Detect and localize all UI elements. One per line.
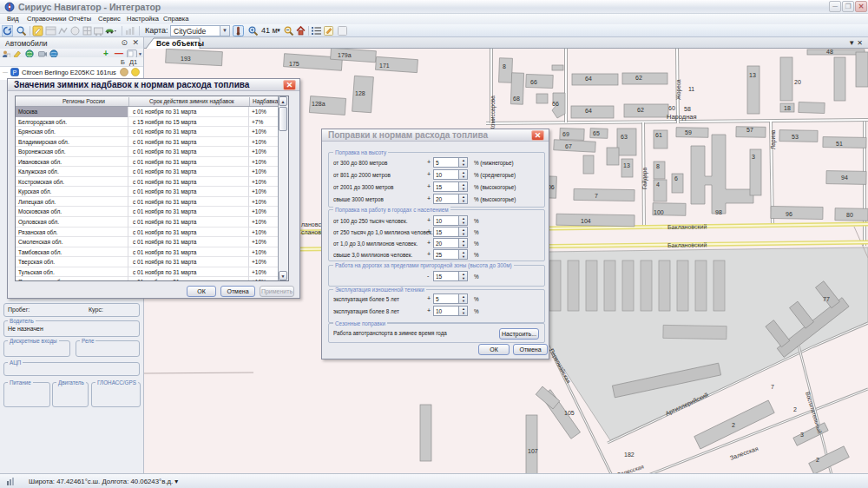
- svg-text:175: 175: [289, 61, 299, 67]
- svg-text:3: 3: [752, 154, 755, 160]
- svg-text:128a: 128a: [312, 101, 326, 107]
- svg-text:18: 18: [784, 105, 791, 111]
- svg-text:64: 64: [585, 108, 592, 114]
- svg-text:48: 48: [826, 49, 833, 55]
- svg-text:67: 67: [565, 143, 572, 149]
- svg-text:Ларина: Ларина: [770, 129, 777, 149]
- svg-text:13: 13: [623, 162, 630, 168]
- svg-text:62: 62: [635, 75, 642, 81]
- svg-text:179a: 179a: [338, 52, 352, 58]
- svg-text:128: 128: [355, 90, 365, 96]
- svg-text:7: 7: [771, 384, 774, 390]
- svg-text:105: 105: [564, 410, 575, 416]
- svg-text:Все объекты: Все объекты: [156, 39, 204, 48]
- svg-text:69: 69: [562, 131, 569, 137]
- svg-text:193: 193: [181, 56, 191, 62]
- svg-text:Комиссарова: Комиссарова: [490, 96, 496, 130]
- svg-text:58: 58: [684, 106, 691, 112]
- svg-text:Народная: Народная: [667, 113, 697, 121]
- svg-text:Жореса: Жореса: [675, 79, 682, 100]
- svg-text:94: 94: [841, 175, 848, 181]
- svg-text:13: 13: [749, 72, 756, 78]
- svg-text:Баклановский: Баклановский: [667, 241, 707, 248]
- svg-text:P: P: [13, 69, 17, 76]
- svg-text:107: 107: [528, 448, 538, 454]
- svg-text:171: 171: [379, 63, 390, 69]
- svg-text:51: 51: [836, 141, 843, 147]
- svg-text:3: 3: [800, 432, 804, 438]
- svg-text:60: 60: [668, 105, 675, 111]
- svg-text:Гайдара: Гайдара: [641, 168, 648, 189]
- svg-text:7: 7: [595, 193, 598, 199]
- svg-text:53: 53: [792, 134, 799, 140]
- svg-text:63: 63: [621, 134, 628, 140]
- svg-text:Баклановский: Баклановский: [667, 223, 707, 230]
- svg-text:8: 8: [656, 163, 660, 169]
- svg-text:98: 98: [715, 209, 722, 215]
- svg-text:182: 182: [624, 452, 635, 458]
- svg-text:2: 2: [732, 422, 735, 428]
- svg-text:77: 77: [823, 296, 830, 302]
- svg-text:6: 6: [674, 175, 678, 181]
- svg-text:100: 100: [654, 209, 664, 215]
- svg-text:80: 80: [846, 212, 853, 218]
- svg-text:62: 62: [637, 107, 644, 113]
- svg-text:68: 68: [513, 96, 520, 102]
- svg-text:8: 8: [503, 63, 506, 69]
- svg-text:65: 65: [593, 130, 600, 136]
- svg-text:59: 59: [685, 129, 692, 135]
- svg-text:4: 4: [656, 181, 660, 188]
- svg-text:104: 104: [581, 218, 591, 224]
- svg-text:64: 64: [585, 76, 592, 82]
- svg-text:2: 2: [793, 406, 797, 412]
- svg-text:11: 11: [688, 86, 694, 92]
- svg-text:20: 20: [794, 79, 801, 85]
- svg-text:61: 61: [655, 132, 662, 138]
- svg-text:2: 2: [816, 457, 819, 463]
- svg-text:66: 66: [552, 101, 559, 107]
- svg-text:96: 96: [786, 211, 792, 217]
- svg-text:57: 57: [746, 127, 753, 133]
- svg-text:66: 66: [530, 79, 537, 85]
